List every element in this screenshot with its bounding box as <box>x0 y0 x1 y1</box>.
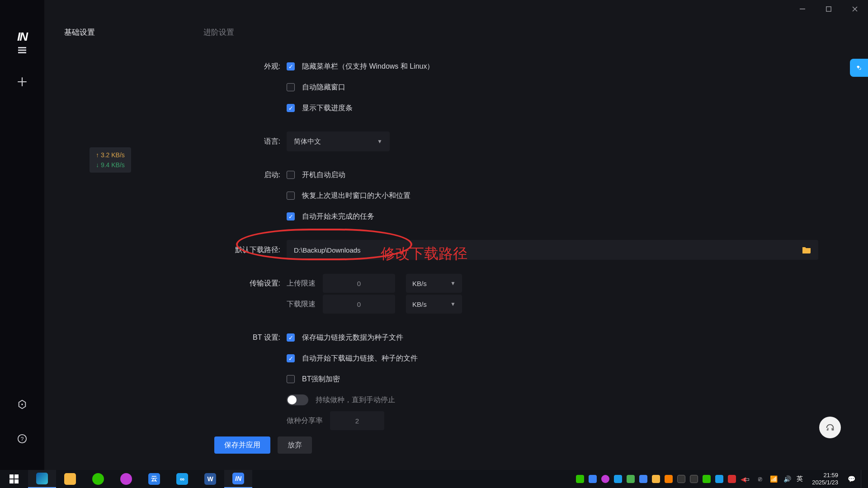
notifications-icon[interactable]: 💬 <box>847 475 855 483</box>
taskbar-explorer[interactable] <box>56 470 84 488</box>
appearance-label: 外观: <box>224 62 287 71</box>
windows-taskbar: 云 ∞ W IN ◀ ▭ ⎚ 📶 🔊 英 21:59 2025/1/23 💬 <box>0 470 868 488</box>
tray-app-icon[interactable] <box>601 475 609 483</box>
window-close-button[interactable] <box>842 0 868 18</box>
upload-speed: ↑ 3.2 KB/s <box>96 150 125 160</box>
tray-app-icon[interactable] <box>639 475 647 483</box>
chevron-down-icon: ▼ <box>450 301 456 307</box>
taskbar-motrix[interactable]: IN <box>224 470 252 488</box>
tray-app-icon[interactable] <box>614 475 622 483</box>
nav-add-button[interactable] <box>13 72 32 91</box>
checkbox-autostart-label: 开机自动启动 <box>302 170 345 180</box>
upload-unit-value: KB/s <box>412 280 427 287</box>
assistant-fab[interactable] <box>819 417 841 438</box>
checkbox-auto-download-bt[interactable] <box>287 354 295 362</box>
tray-app-icon[interactable] <box>627 475 635 483</box>
checkbox-restore-window[interactable] <box>287 192 295 200</box>
tray-app-icon[interactable] <box>576 475 584 483</box>
upload-limit-input[interactable]: 0 <box>323 274 395 293</box>
app-side-rail: IN ? <box>0 0 44 470</box>
taskbar-app-pink[interactable] <box>112 470 140 488</box>
checkbox-autostart[interactable] <box>287 171 295 179</box>
upload-limit-label: 上传限速 <box>287 279 316 288</box>
windows-icon <box>9 474 19 483</box>
download-path-label: 默认下载路径: <box>224 245 287 255</box>
checkbox-hide-menu[interactable] <box>287 62 295 70</box>
tray-app-icon[interactable] <box>652 475 660 483</box>
seed-ratio-input[interactable]: 2 <box>330 411 384 430</box>
cloud-sync-badge[interactable] <box>850 59 868 77</box>
app-logo: IN <box>17 30 27 44</box>
ime-indicator[interactable]: 英 <box>797 475 803 483</box>
toggle-keep-seeding[interactable] <box>287 394 308 405</box>
upload-unit-select[interactable]: KB/s ▼ <box>406 274 462 293</box>
svg-text:?: ? <box>21 436 24 442</box>
chevron-down-icon: ▼ <box>377 138 382 145</box>
checkbox-show-progress[interactable] <box>287 104 295 112</box>
discard-button[interactable]: 放弃 <box>278 436 312 454</box>
tray-app-icon[interactable] <box>715 475 723 483</box>
nav-help-button[interactable]: ? <box>13 429 32 448</box>
checkbox-bt-encrypt[interactable] <box>287 375 295 383</box>
save-button[interactable]: 保存并应用 <box>214 436 270 454</box>
nav-extensions-button[interactable] <box>13 395 32 414</box>
toggle-keep-seeding-label: 持续做种，直到手动停止 <box>316 395 395 405</box>
checkbox-restore-window-label: 恢复上次退出时窗口的大小和位置 <box>302 191 410 201</box>
volume-icon[interactable]: 🔊 <box>783 475 791 483</box>
tray-app-icon[interactable] <box>665 475 673 483</box>
close-icon <box>852 6 858 12</box>
taskbar-word[interactable]: W <box>196 470 224 488</box>
list-icon <box>17 45 28 56</box>
seed-ratio-label: 做种分享率 <box>287 416 323 426</box>
folder-icon[interactable] <box>802 246 811 253</box>
network-icon[interactable]: ⎚ <box>756 475 764 483</box>
tray-app-icons: ◀ <box>576 475 746 483</box>
checkbox-show-progress-label: 显示下载进度条 <box>302 103 353 113</box>
svg-rect-7 <box>9 479 14 483</box>
speed-indicator: ↑ 3.2 KB/s ↓ 9.4 KB/s <box>90 147 131 173</box>
show-desktop-button[interactable] <box>861 470 863 488</box>
wifi-icon[interactable]: 📶 <box>769 475 778 483</box>
chevron-down-icon: ▼ <box>450 280 456 286</box>
settings-tabs: 基础设置 进阶设置 <box>64 27 234 38</box>
checkbox-auto-download-bt-label: 自动开始下载磁力链接、种子的文件 <box>302 354 418 363</box>
tab-basic[interactable]: 基础设置 <box>64 27 95 38</box>
maximize-icon <box>826 6 831 12</box>
tray-app-icon[interactable] <box>690 475 698 483</box>
window-titlebar <box>789 0 868 18</box>
window-maximize-button[interactable] <box>816 0 842 18</box>
help-icon: ? <box>17 434 27 444</box>
download-path-input[interactable]: D:\Backup\Downloads <box>287 240 818 260</box>
taskbar-app-net[interactable]: ∞ <box>168 470 196 488</box>
startup-label: 启动: <box>224 170 287 180</box>
taskbar-app-cloud[interactable]: 云 <box>140 470 168 488</box>
svg-rect-3 <box>800 9 805 9</box>
headset-icon <box>825 422 835 432</box>
taskbar-clock[interactable]: 21:59 2025/1/23 <box>808 472 842 486</box>
download-speed: ↓ 9.4 KB/s <box>96 160 125 170</box>
bt-label: BT 设置: <box>224 333 287 343</box>
tray-app-icon[interactable] <box>728 475 736 483</box>
window-minimize-button[interactable] <box>789 0 816 18</box>
checkbox-auto-hide-window-label: 自动隐藏窗口 <box>302 83 345 92</box>
cloud-link-icon <box>854 63 864 73</box>
battery-icon[interactable]: ▭ <box>742 475 750 483</box>
checkbox-resume-tasks[interactable] <box>287 212 295 221</box>
download-limit-input[interactable]: 0 <box>323 295 395 314</box>
download-unit-select[interactable]: KB/s ▼ <box>406 295 462 314</box>
checkbox-save-magnet[interactable] <box>287 333 295 342</box>
tray-app-icon[interactable] <box>677 475 685 483</box>
taskbar-wechat[interactable] <box>84 470 112 488</box>
tray-app-icon[interactable] <box>703 475 711 483</box>
tray-app-icon[interactable] <box>589 475 597 483</box>
tab-advanced[interactable]: 进阶设置 <box>203 27 234 38</box>
language-select[interactable]: 简体中文 ▼ <box>287 131 390 151</box>
language-label: 语言: <box>224 137 287 146</box>
svg-point-0 <box>21 404 23 405</box>
start-button[interactable] <box>0 470 28 488</box>
download-path-value: D:\Backup\Downloads <box>294 246 361 254</box>
download-limit-label: 下载限速 <box>287 300 316 309</box>
checkbox-auto-hide-window[interactable] <box>287 83 295 91</box>
clock-date: 2025/1/23 <box>812 479 838 486</box>
taskbar-edge[interactable] <box>28 470 56 488</box>
